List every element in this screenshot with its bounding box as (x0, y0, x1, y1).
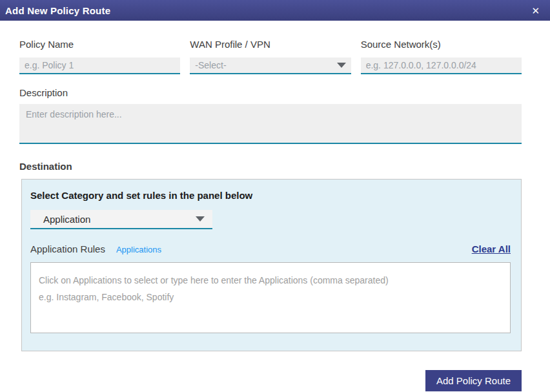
policy-name-label: Policy Name (19, 39, 180, 50)
add-policy-route-button[interactable]: Add Policy Route (425, 370, 522, 391)
chevron-down-icon (337, 63, 346, 68)
destination-section: Destination Select Category and set rule… (19, 161, 522, 351)
category-select[interactable]: Application (30, 210, 212, 229)
policy-name-input[interactable] (19, 57, 180, 74)
chevron-down-icon (196, 216, 205, 222)
destination-label: Destination (19, 161, 522, 172)
policy-name-field-group: Policy Name (19, 39, 180, 74)
description-textarea[interactable] (19, 104, 522, 144)
destination-panel: Select Category and set rules in the pan… (21, 179, 522, 351)
wan-profile-select[interactable]: -Select- (190, 57, 351, 74)
top-fields-row: Policy Name WAN Profile / VPN -Select- S… (19, 39, 522, 74)
clear-all-link[interactable]: Clear All (472, 243, 511, 254)
category-selected-value: Application (43, 214, 90, 225)
modal-body: Policy Name WAN Profile / VPN -Select- S… (0, 21, 550, 351)
application-rules-textarea[interactable] (31, 263, 510, 333)
wan-profile-label: WAN Profile / VPN (190, 39, 351, 50)
source-networks-label: Source Network(s) (361, 39, 522, 50)
application-rules-label: Application Rules (30, 243, 105, 254)
source-networks-input[interactable] (361, 57, 522, 74)
applications-link[interactable]: Applications (116, 245, 161, 254)
description-label: Description (19, 87, 522, 98)
source-networks-field-group: Source Network(s) (361, 39, 522, 74)
modal-header: Add New Policy Route ✕ (0, 0, 550, 21)
description-field-group: Description (19, 87, 522, 144)
application-rules-row: Application Rules Applications Clear All (30, 243, 511, 254)
wan-profile-field-group: WAN Profile / VPN -Select- (190, 39, 351, 74)
modal-title: Add New Policy Route (5, 5, 110, 16)
modal-footer: Add Policy Route (0, 370, 550, 391)
close-icon[interactable]: ✕ (529, 5, 542, 17)
application-rules-box: Click on Applications to select or type … (30, 262, 511, 333)
category-instruction: Select Category and set rules in the pan… (30, 190, 511, 201)
wan-profile-selected-value: -Select- (195, 60, 226, 70)
